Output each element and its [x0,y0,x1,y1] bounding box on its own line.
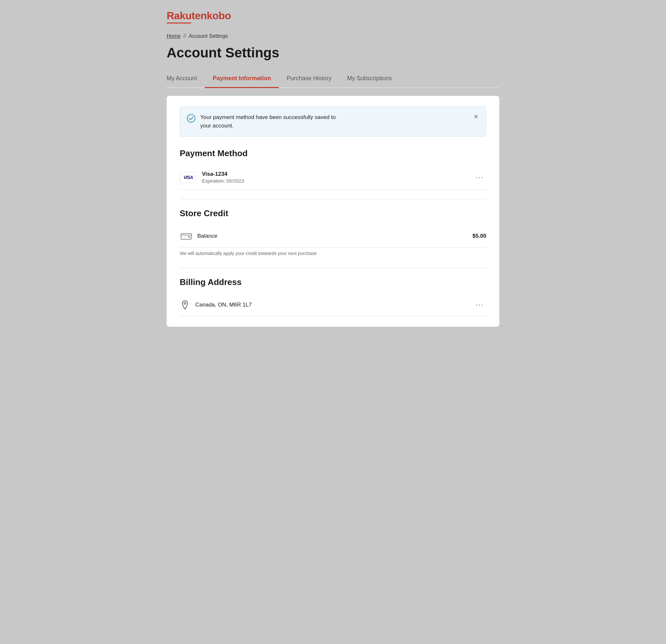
breadcrumb-home-link[interactable]: Home [166,33,181,39]
payment-details: Visa-1234 Expiration: 05/2023 [202,171,468,183]
billing-address-row: Canada, ON, M6R 1L7 ··· [180,294,486,316]
credit-label: Balance [197,233,472,239]
address-more-button[interactable]: ··· [473,300,486,310]
breadcrumb: Home // Account Settings [166,33,500,39]
billing-address-title: Billing Address [180,277,486,287]
payment-method-title: Payment Method [180,148,486,159]
svg-rect-2 [188,236,190,238]
tab-my-subscriptions[interactable]: My Subscriptions [339,70,400,88]
section-divider-2 [180,268,486,268]
success-banner: Your payment method have been successful… [180,106,486,137]
credit-amount: $5.00 [472,233,486,239]
payment-card-row: VISA Visa-1234 Expiration: 05/2023 ··· [180,165,486,190]
visa-logo-text: VISA [183,175,193,180]
success-message: Your payment method have been successful… [200,113,336,130]
close-banner-button[interactable]: × [473,113,479,120]
payment-more-button[interactable]: ··· [473,173,486,182]
breadcrumb-current: Account Settings [189,33,228,39]
tabs-container: My Account Payment Information Purchase … [166,70,500,88]
success-banner-left: Your payment method have been successful… [187,113,336,130]
credit-note: We will automatically apply your credit … [180,251,486,258]
logo-underline [166,22,191,23]
card-name: Visa-1234 [202,171,468,177]
logo-kobo[interactable]: kobo [207,10,231,22]
store-credit-row: Balance $5.00 [180,225,486,248]
tab-purchase-history[interactable]: Purchase History [279,70,339,88]
visa-icon: VISA [180,172,197,183]
store-credit-title: Store Credit [180,208,486,218]
logo: Rakuten kobo [166,10,500,23]
content-card: Your payment method have been successful… [166,96,500,327]
tab-payment-information[interactable]: Payment Information [205,70,279,88]
logo-rakuten[interactable]: Rakuten [166,10,207,22]
svg-point-0 [187,114,195,122]
tab-my-account[interactable]: My Account [166,70,205,88]
page-title: Account Settings [166,45,500,61]
card-expiry: Expiration: 05/2023 [202,178,468,183]
svg-point-3 [184,302,186,304]
svg-rect-1 [181,233,191,239]
location-pin-icon [180,300,190,310]
store-credit-icon [180,230,193,243]
breadcrumb-separator: // [183,33,186,39]
success-check-icon [187,114,196,123]
billing-address-text: Canada, ON, M6R 1L7 [195,302,468,308]
section-divider-1 [180,199,486,199]
